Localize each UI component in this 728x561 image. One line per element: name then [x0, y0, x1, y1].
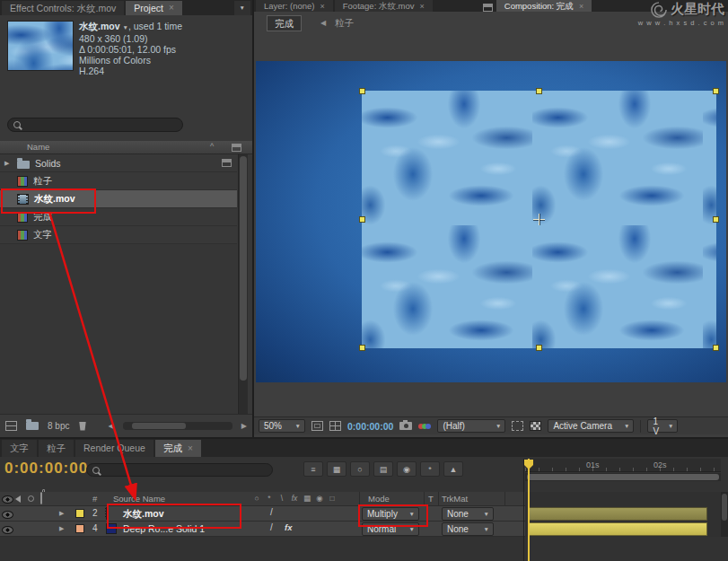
active-camera-select[interactable]: Active Camera▼ — [548, 419, 634, 433]
tab-project[interactable]: Project× — [126, 1, 182, 15]
tab-wenzi[interactable]: 文字 — [2, 440, 37, 457]
safe-areas-icon[interactable] — [311, 421, 323, 431]
scrollbar-thumb[interactable] — [722, 494, 727, 521]
quality-switch[interactable]: / — [270, 522, 273, 532]
label-color-chip[interactable] — [75, 509, 84, 518]
tab-render-queue[interactable]: Render Queue — [75, 440, 153, 457]
close-icon[interactable]: × — [420, 2, 425, 11]
timeline-search-input[interactable] — [104, 465, 267, 476]
anchor-point-icon[interactable] — [533, 214, 545, 225]
water-layer[interactable] — [362, 91, 716, 348]
trkmat-select[interactable]: None▼ — [442, 522, 494, 536]
sort-chevron-icon[interactable]: ^ — [210, 142, 214, 151]
selection-handle[interactable] — [713, 216, 719, 223]
list-item-lizi[interactable]: 粒子 — [0, 172, 237, 190]
resolution-select[interactable]: (Half)▼ — [437, 419, 505, 433]
project-list-header[interactable]: Name ^ — [0, 141, 252, 154]
trash-icon[interactable] — [78, 422, 86, 431]
expander-icon[interactable]: ▶ — [59, 510, 66, 517]
selection-handle[interactable] — [359, 216, 365, 223]
list-item-wancheng[interactable]: 完成 — [0, 208, 237, 226]
project-flowchart-icon[interactable] — [5, 421, 17, 431]
layer-name[interactable]: 水纹.mov — [123, 508, 164, 521]
panel-menu-icon[interactable]: ▼ — [234, 1, 250, 15]
eye-icon[interactable] — [2, 511, 13, 519]
tab-overflow-icon[interactable]: ◀ — [320, 19, 326, 27]
layer-row-solid[interactable]: ▶ 4 Deep Ro...e Solid 1 / fx Normal▼ Non… — [0, 522, 525, 537]
comp-tab-lizi[interactable]: 粒子 — [335, 17, 354, 30]
tab-composition-viewer[interactable]: Composition: 完成× — [496, 0, 592, 12]
time-ruler[interactable]: 01s 02s — [525, 459, 721, 472]
expander-icon[interactable]: ▶ — [59, 525, 66, 532]
list-item-solids[interactable]: ▶ Solids — [0, 154, 237, 172]
composition-viewport[interactable] — [256, 61, 726, 382]
blend-mode-select[interactable]: Multiply▼ — [362, 507, 419, 521]
mode-column-header[interactable]: Mode — [368, 494, 390, 504]
bit-depth-label[interactable]: 8 bpc — [48, 421, 69, 431]
project-hscrollbar[interactable] — [123, 422, 232, 430]
list-item-wenzi[interactable]: 文字 — [0, 226, 237, 244]
comp-tab-wancheng[interactable]: 完成 — [267, 15, 302, 31]
t-column-header[interactable]: T — [428, 494, 434, 504]
timeline-timecode[interactable]: 0:00:00:00 — [4, 460, 88, 478]
grid-guides-icon[interactable] — [329, 421, 341, 431]
panel-group-icon[interactable] — [483, 4, 493, 12]
list-item-shuiwen-mov[interactable]: 水纹.mov — [0, 190, 237, 208]
layer-number: 2 — [92, 508, 98, 518]
brainstorm-icon[interactable]: * — [420, 461, 440, 477]
scrollbar-thumb[interactable] — [132, 423, 186, 429]
close-icon[interactable]: × — [169, 4, 174, 13]
tab-layer-viewer[interactable]: Layer: (none)× — [256, 0, 333, 12]
view-layout-select[interactable]: 1 V▼ — [647, 419, 678, 433]
selection-handle[interactable] — [359, 88, 365, 94]
work-area-bar[interactable] — [525, 473, 721, 481]
layer-row-shuiwen[interactable]: ▶ 2 水纹.mov / Multiply▼ None▼ — [0, 506, 525, 522]
scrollbar-thumb[interactable] — [240, 156, 247, 381]
selection-handle[interactable] — [536, 88, 542, 94]
name-column-header[interactable]: Name — [27, 142, 49, 152]
fx-badge[interactable]: fx — [285, 522, 292, 532]
viewer-timecode[interactable]: 0:00:00:00 — [347, 421, 393, 432]
new-folder-icon[interactable] — [26, 422, 39, 430]
layer-name[interactable]: Deep Ro...e Solid 1 — [123, 523, 205, 534]
draft-3d-icon[interactable]: ▦ — [327, 461, 346, 477]
tab-footage-viewer[interactable]: Footage: 水纹.mov× — [335, 0, 433, 12]
selection-handle[interactable] — [713, 345, 719, 351]
blend-mode-select[interactable]: Normal▼ — [362, 522, 419, 536]
selection-handle[interactable] — [536, 345, 542, 351]
number-column-header[interactable]: # — [92, 494, 97, 504]
close-icon[interactable]: × — [579, 2, 583, 11]
layer-bar-shuiwen[interactable] — [528, 507, 707, 521]
close-icon[interactable]: × — [320, 2, 325, 11]
source-name-column-header[interactable]: Source Name — [113, 494, 165, 504]
zoom-select[interactable]: 50%▼ — [259, 419, 305, 433]
selection-handle[interactable] — [713, 88, 719, 94]
channel-icon[interactable] — [418, 424, 431, 429]
hscroll-left-icon[interactable]: ◀ — [108, 422, 113, 430]
project-search-input[interactable] — [25, 119, 177, 130]
graph-editor-icon[interactable]: ▲ — [443, 461, 463, 477]
tab-effect-controls[interactable]: Effect Controls: 水纹.mov — [2, 1, 124, 15]
trkmat-select[interactable]: None▼ — [442, 507, 494, 521]
trkmat-column-header[interactable]: TrkMat — [442, 494, 468, 504]
eye-icon[interactable] — [2, 526, 13, 534]
project-scrollbar[interactable] — [238, 154, 248, 414]
snapshot-camera-icon[interactable] — [399, 422, 412, 430]
layer-bar-solid[interactable] — [528, 522, 707, 536]
motion-blur-icon[interactable]: ◉ — [397, 461, 417, 477]
expander-icon[interactable]: ▶ — [4, 160, 12, 167]
hscroll-right-icon[interactable]: ▶ — [241, 422, 247, 430]
close-icon[interactable]: × — [188, 444, 193, 453]
transparency-grid-icon[interactable] — [530, 421, 541, 431]
tab-wancheng-timeline[interactable]: 完成× — [155, 440, 201, 457]
hide-shy-layers-icon[interactable]: ○ — [350, 461, 370, 477]
tab-lizi[interactable]: 粒子 — [39, 440, 74, 457]
label-color-chip[interactable] — [75, 524, 84, 533]
region-of-interest-icon[interactable] — [512, 421, 523, 431]
composition-mini-flowchart-icon[interactable]: ≡ — [303, 461, 323, 477]
column-options-icon[interactable] — [232, 144, 241, 152]
selection-handle[interactable] — [359, 345, 365, 351]
current-time-indicator[interactable] — [528, 459, 530, 561]
quality-switch[interactable]: / — [270, 507, 273, 517]
frame-blending-icon[interactable]: ▤ — [373, 461, 393, 477]
